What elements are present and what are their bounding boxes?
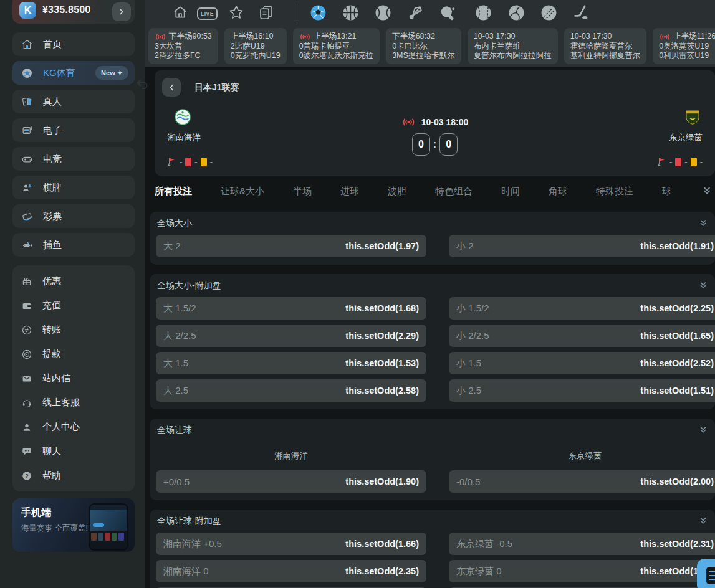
sidebar-item-label: 个人中心: [42, 421, 80, 433]
home-red-cards: -: [194, 157, 197, 166]
collapse-section-button[interactable]: [699, 219, 708, 227]
collapse-panel-arrow-icon[interactable]: [135, 76, 150, 91]
floating-betslip-button[interactable]: [697, 559, 715, 588]
divider: [297, 4, 297, 21]
ticker-card[interactable]: 下半场90:53 3大坎普 2科罗拉多FC: [148, 28, 218, 64]
odd-button[interactable]: 大 2.5this.setOdd(2.58): [156, 379, 426, 402]
tab-half[interactable]: 半场: [293, 186, 312, 197]
odd-value: this.setOdd(1.68): [345, 303, 419, 313]
tab-time[interactable]: 时间: [501, 186, 520, 197]
odd-button[interactable]: 东京绿茵 0this.setOdd(1.64): [449, 560, 715, 582]
lottery-ticket-icon: [21, 211, 33, 222]
ticker-period: 10-03 17:30: [474, 32, 516, 42]
home-nav-button[interactable]: [172, 4, 188, 21]
mobile-app-promo-card[interactable]: 手机端 海量赛事 全面覆盖!: [12, 498, 135, 552]
back-button[interactable]: [162, 78, 181, 97]
tab-specials-combo[interactable]: 特色组合: [435, 186, 473, 197]
odd-button[interactable]: 小 2this.setOdd(1.91): [449, 235, 715, 257]
live-nav-button[interactable]: LIVE: [197, 7, 218, 20]
gift-icon: [21, 276, 32, 287]
sidebar-secondary-nav: 优惠 充值 转账 提款 站内信 线上客服 个人中心 聊天: [12, 265, 135, 491]
collapse-section-button[interactable]: [699, 281, 708, 290]
sidebar-item-help[interactable]: ? 帮助: [12, 463, 135, 488]
odd-label: 大 1.5: [163, 358, 188, 369]
tab-clipped[interactable]: 球: [662, 186, 671, 197]
odd-value: this.setOdd(1.51): [640, 386, 714, 396]
slot-machine-icon: [21, 125, 33, 136]
odd-button[interactable]: 小 2/2.5this.setOdd(1.65): [449, 325, 715, 347]
odd-button[interactable]: 大 1.5/2this.setOdd(1.68): [156, 297, 426, 320]
sidebar-item-slots[interactable]: 电子: [12, 118, 135, 142]
tab-all-bets[interactable]: 所有投注: [155, 186, 192, 197]
sport-tab-baseball[interactable]: [475, 4, 492, 21]
tab-special-bets[interactable]: 特殊投注: [596, 186, 633, 197]
sport-tab-cricket[interactable]: [540, 4, 557, 21]
sidebar-item-messages[interactable]: 站内信: [12, 366, 135, 391]
tab-handicap-overunder[interactable]: 让球&大小: [221, 186, 264, 197]
odd-button[interactable]: +0/0.5this.setOdd(1.90): [156, 470, 426, 493]
odd-button[interactable]: 大 2this.setOdd(1.97): [156, 235, 426, 257]
ticker-home: 霍德哈萨隆夏普尔: [570, 42, 641, 52]
odd-button[interactable]: -0/0.5this.setOdd(2.00): [449, 470, 715, 493]
sport-tab-volleyball[interactable]: [508, 4, 525, 21]
sidebar-item-label: 提款: [42, 348, 61, 360]
ticker-home: 3大坎普: [155, 42, 212, 52]
away-score: 0: [439, 133, 458, 156]
sidebar-item-deposit[interactable]: 充值: [12, 293, 135, 318]
away-team-name: 东京绿茵: [669, 132, 703, 143]
favorites-nav-button[interactable]: [228, 4, 244, 21]
ticker-away: 3MS提拉哈卡默尔: [392, 51, 455, 61]
ticker-card[interactable]: 10-03 17:30 霍德哈萨隆夏普尔 基利亚特阿挪夏普尔: [564, 28, 647, 64]
sidebar-item-label: 聊天: [42, 445, 61, 457]
sport-tab-ice-hockey[interactable]: [573, 4, 590, 21]
odd-button[interactable]: 小 2.5this.setOdd(1.51): [449, 379, 715, 402]
sidebar-item-kg-sports[interactable]: KG体育 New ✦: [12, 61, 135, 85]
tab-correct-score[interactable]: 波胆: [388, 186, 406, 197]
ticker-card[interactable]: 上半场11:26 0奥洛莫茨U19 0利贝雷茨U19: [653, 28, 715, 64]
sidebar-item-withdraw[interactable]: 提款: [12, 342, 135, 366]
away-team-stats: - - -: [657, 157, 703, 166]
ticker-card[interactable]: 10-03 17:30 布内卡兰萨维 夏普尔布内阿拉拉阿拉: [468, 28, 558, 64]
sidebar-item-transfer[interactable]: 转账: [12, 318, 135, 342]
ticker-card[interactable]: 下半场68:32 0卡巴比尔 3MS提拉哈卡默尔: [386, 28, 461, 64]
phone-mockup-image: [89, 503, 128, 551]
sport-tab-table-tennis[interactable]: [439, 4, 456, 21]
sidebar-item-fishing[interactable]: 捕鱼: [12, 233, 135, 257]
sport-tab-basketball[interactable]: [342, 4, 359, 21]
sidebar-item-chat[interactable]: 聊天: [12, 439, 135, 463]
sidebar-item-home[interactable]: 首页: [12, 32, 135, 56]
sidebar-item-esports[interactable]: 电竞: [12, 147, 135, 171]
sidebar-item-lottery[interactable]: 彩票: [12, 204, 135, 228]
odd-button[interactable]: 东京绿茵 -0.5this.setOdd(2.31): [449, 533, 715, 555]
collapse-section-button[interactable]: [699, 516, 708, 525]
odd-button[interactable]: 大 2/2.5this.setOdd(2.29): [156, 325, 426, 347]
collapse-section-button[interactable]: [699, 425, 708, 434]
sidebar-item-promotions[interactable]: 优惠: [12, 269, 135, 293]
odd-button[interactable]: 小 1.5/2this.setOdd(2.25): [449, 297, 715, 320]
odd-button[interactable]: 大 1.5this.setOdd(1.53): [156, 352, 426, 374]
market-section-fulltime-overunder-extra: 全场大小-附加盘 大 1.5/2this.setOdd(1.68) 小 1.5/…: [150, 274, 715, 409]
chat-icon: [21, 446, 32, 457]
odd-button[interactable]: 小 1.5this.setOdd(2.52): [449, 352, 715, 374]
odd-button[interactable]: 湘南海洋 +0.5this.setOdd(1.66): [156, 533, 426, 555]
double-chevron-down-icon: [699, 425, 708, 434]
betslip-nav-button[interactable]: [258, 4, 274, 21]
sport-tab-badminton[interactable]: [407, 4, 424, 21]
ticker-away: 基利亚特阿挪夏普尔: [570, 51, 641, 61]
sport-tab-tennis[interactable]: [375, 4, 391, 21]
ticker-card[interactable]: 上半场16:10 2比萨U19 0克罗托内U19: [224, 28, 287, 64]
sidebar-item-label: 电竞: [43, 153, 62, 165]
sidebar-item-live-casino[interactable]: 真人: [12, 90, 135, 113]
tabs-expand-chevron[interactable]: [702, 186, 712, 196]
match-header-panel: 日本J1联赛 湘南海洋 10-03 18:00 0 : 0 东京绿茵 - - -…: [155, 70, 715, 176]
balance-expand-button[interactable]: [112, 2, 131, 21]
tab-goals[interactable]: 进球: [340, 186, 359, 197]
sidebar-item-profile[interactable]: 个人中心: [12, 415, 135, 439]
ticker-card[interactable]: 上半场13:21 0普瑞卡帕提亚 0波尔塔瓦沃尔斯克拉: [293, 28, 380, 64]
odd-button[interactable]: 湘南海洋 0this.setOdd(2.35): [156, 560, 426, 582]
balance-card[interactable]: K ¥335.8500: [12, 0, 135, 24]
sidebar-item-customer-service[interactable]: 线上客服: [12, 391, 135, 415]
tab-corners[interactable]: 角球: [549, 186, 567, 197]
sport-tab-soccer[interactable]: [310, 4, 327, 21]
sidebar-item-board-games[interactable]: 棋牌: [12, 176, 135, 199]
